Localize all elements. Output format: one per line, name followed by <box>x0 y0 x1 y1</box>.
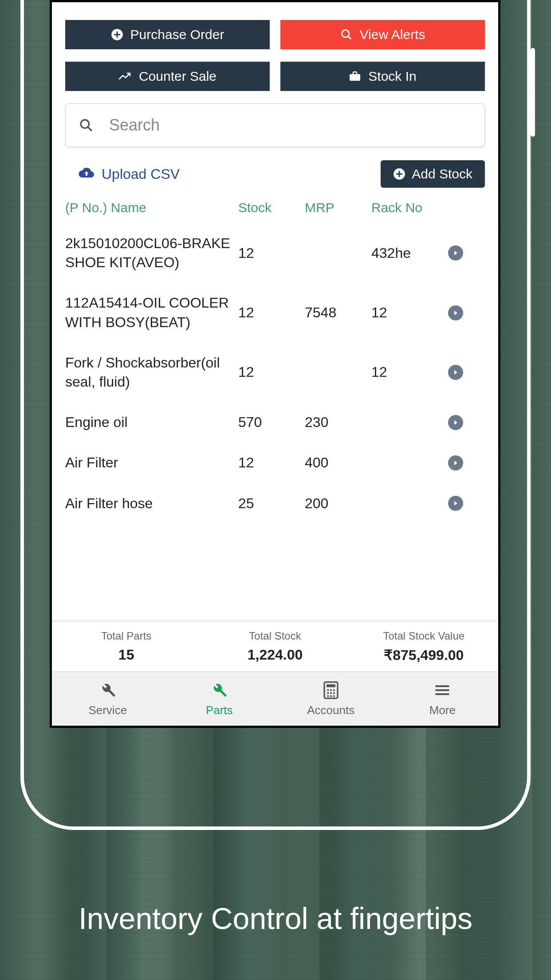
table-body: 2k15010200CL06-BRAKE SHOE KIT(AVEO) 12 4… <box>52 223 498 524</box>
cell-stock: 12 <box>238 304 305 321</box>
total-value-label: Total Stock Value <box>350 630 498 642</box>
nav-service[interactable]: Service <box>52 672 164 726</box>
cell-stock: 12 <box>238 245 305 261</box>
play-circle-icon[interactable] <box>448 365 463 380</box>
cell-mrp: 230 <box>305 414 371 431</box>
cell-name: Air Filter hose <box>65 494 238 513</box>
svg-rect-6 <box>327 684 335 688</box>
svg-point-7 <box>327 689 329 691</box>
cell-rack: 12 <box>371 364 442 380</box>
total-stock: Total Stock 1,224.00 <box>201 630 349 664</box>
svg-point-14 <box>330 695 332 697</box>
table-row[interactable]: Engine oil 570 230 <box>65 402 485 443</box>
add-stock-label: Add Stock <box>412 166 472 182</box>
search-icon <box>79 118 93 132</box>
cell-mrp: 7548 <box>305 304 371 321</box>
counter-sale-label: Counter Sale <box>139 69 216 84</box>
play-circle-icon[interactable] <box>448 455 463 470</box>
tagline: Inventory Control at fingertips <box>0 901 551 936</box>
header-stock[interactable]: Stock <box>238 200 305 215</box>
nav-parts-label: Parts <box>206 703 233 717</box>
cell-name: Air Filter <box>65 453 238 472</box>
nav-more-label: More <box>429 703 456 717</box>
counter-sale-button[interactable]: Counter Sale <box>65 62 270 91</box>
upload-csv-label: Upload CSV <box>102 166 180 182</box>
svg-point-15 <box>333 695 335 697</box>
nav-accounts-label: Accounts <box>307 703 354 717</box>
table-header: (P No.) Name Stock MRP Rack No <box>52 200 498 215</box>
tools-icon <box>98 680 118 700</box>
briefcase-icon <box>349 71 361 82</box>
calculator-icon <box>321 680 341 700</box>
totals-bar: Total Parts 15 Total Stock 1,224.00 Tota… <box>52 621 498 672</box>
nav-service-label: Service <box>88 703 127 717</box>
search-input[interactable] <box>109 116 471 134</box>
cell-stock: 12 <box>238 454 305 471</box>
play-circle-icon[interactable] <box>448 305 463 320</box>
table-row[interactable]: 112A15414-OIL COOLER WITH BOSY(BEAT) 12 … <box>65 283 485 342</box>
table-row[interactable]: Air Filter 12 400 <box>65 443 485 483</box>
total-value-value: ₹875,499.00 <box>350 647 498 664</box>
total-stock-value: Total Stock Value ₹875,499.00 <box>350 630 498 664</box>
svg-rect-16 <box>435 685 449 687</box>
stock-in-label: Stock In <box>368 69 416 84</box>
svg-point-8 <box>330 689 332 691</box>
cell-name: 2k15010200CL06-BRAKE SHOE KIT(AVEO) <box>65 234 238 272</box>
cell-stock: 25 <box>238 495 305 512</box>
svg-point-11 <box>330 692 332 694</box>
svg-point-13 <box>327 695 329 697</box>
cell-mrp: 200 <box>305 495 371 512</box>
cell-name: Fork / Shockabsorber(oil seal, fluid) <box>65 353 238 391</box>
cell-stock: 570 <box>238 414 305 431</box>
upload-csv-button[interactable]: Upload CSV <box>79 166 180 182</box>
cell-name: Engine oil <box>65 413 238 432</box>
total-parts: Total Parts 15 <box>52 630 201 664</box>
stock-in-button[interactable]: Stock In <box>280 62 485 91</box>
nav-accounts[interactable]: Accounts <box>275 672 387 726</box>
header-name[interactable]: (P No.) Name <box>65 200 238 215</box>
purchase-order-button[interactable]: Purchase Order <box>65 20 270 49</box>
cloud-upload-icon <box>79 168 94 180</box>
wrench-icon <box>209 680 229 700</box>
search-container[interactable] <box>65 103 485 147</box>
trending-up-icon <box>118 72 132 81</box>
header-mrp[interactable]: MRP <box>305 200 371 215</box>
total-parts-value: 15 <box>52 647 201 663</box>
menu-icon <box>433 680 452 700</box>
play-circle-icon[interactable] <box>448 496 463 511</box>
bottom-nav: Service Parts Accounts More <box>52 672 498 726</box>
svg-point-12 <box>333 692 335 694</box>
table-row[interactable]: Fork / Shockabsorber(oil seal, fluid) 12… <box>65 343 485 402</box>
phone-side-button <box>531 48 535 137</box>
svg-point-10 <box>327 692 329 694</box>
svg-point-9 <box>333 689 335 691</box>
view-alerts-button[interactable]: View Alerts <box>280 20 485 49</box>
search-icon <box>340 28 353 41</box>
plus-circle-icon <box>111 28 123 41</box>
view-alerts-label: View Alerts <box>360 27 425 42</box>
svg-rect-2 <box>350 74 360 81</box>
cell-name: 112A15414-OIL COOLER WITH BOSY(BEAT) <box>65 293 238 332</box>
cell-rack: 432he <box>371 245 442 261</box>
cell-mrp: 400 <box>305 454 371 471</box>
play-circle-icon[interactable] <box>448 245 463 261</box>
svg-rect-17 <box>435 689 449 691</box>
total-parts-label: Total Parts <box>52 630 201 642</box>
cell-rack: 12 <box>371 304 442 321</box>
total-stock-value: 1,224.00 <box>201 647 349 663</box>
total-stock-label: Total Stock <box>201 630 349 642</box>
nav-more[interactable]: More <box>387 672 499 726</box>
app-screen: Purchase Order View Alerts Counter Sale <box>50 0 500 728</box>
cell-stock: 12 <box>238 364 305 380</box>
play-circle-icon[interactable] <box>448 415 463 430</box>
plus-circle-icon <box>393 168 405 180</box>
nav-parts[interactable]: Parts <box>164 672 276 726</box>
add-stock-button[interactable]: Add Stock <box>381 160 485 188</box>
svg-rect-18 <box>435 693 449 695</box>
table-row[interactable]: Air Filter hose 25 200 <box>65 483 485 524</box>
table-row[interactable]: 2k15010200CL06-BRAKE SHOE KIT(AVEO) 12 4… <box>65 223 485 283</box>
header-rack[interactable]: Rack No <box>371 200 442 215</box>
purchase-order-label: Purchase Order <box>130 27 224 42</box>
